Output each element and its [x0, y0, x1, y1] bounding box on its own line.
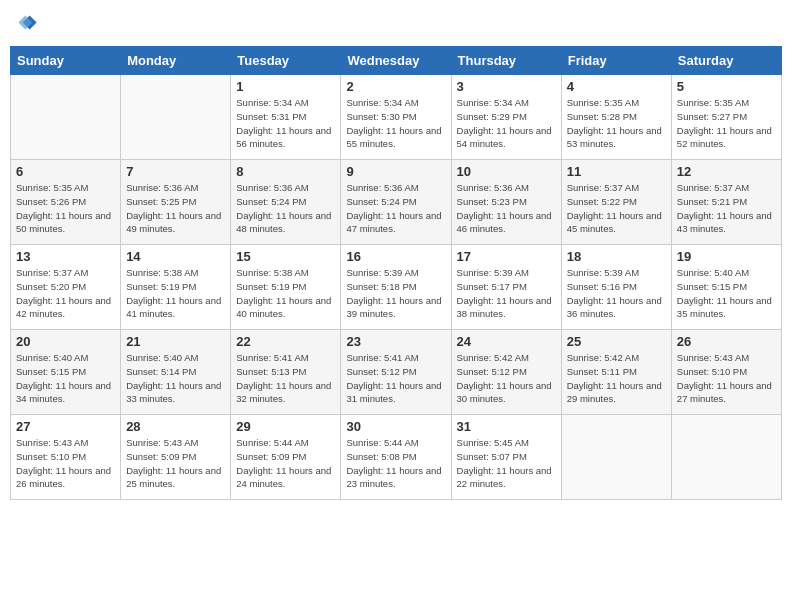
calendar-cell: 1Sunrise: 5:34 AMSunset: 5:31 PMDaylight… [231, 75, 341, 160]
day-info: Sunrise: 5:36 AMSunset: 5:25 PMDaylight:… [126, 181, 225, 236]
day-number: 23 [346, 334, 445, 349]
calendar-week-row: 27Sunrise: 5:43 AMSunset: 5:10 PMDayligh… [11, 415, 782, 500]
day-info: Sunrise: 5:39 AMSunset: 5:17 PMDaylight:… [457, 266, 556, 321]
day-number: 14 [126, 249, 225, 264]
calendar-cell: 21Sunrise: 5:40 AMSunset: 5:14 PMDayligh… [121, 330, 231, 415]
calendar-week-row: 6Sunrise: 5:35 AMSunset: 5:26 PMDaylight… [11, 160, 782, 245]
day-number: 19 [677, 249, 776, 264]
calendar-cell [671, 415, 781, 500]
calendar-table: SundayMondayTuesdayWednesdayThursdayFrid… [10, 46, 782, 500]
calendar-cell: 9Sunrise: 5:36 AMSunset: 5:24 PMDaylight… [341, 160, 451, 245]
day-number: 17 [457, 249, 556, 264]
calendar-cell: 8Sunrise: 5:36 AMSunset: 5:24 PMDaylight… [231, 160, 341, 245]
calendar-cell: 12Sunrise: 5:37 AMSunset: 5:21 PMDayligh… [671, 160, 781, 245]
calendar-cell: 15Sunrise: 5:38 AMSunset: 5:19 PMDayligh… [231, 245, 341, 330]
day-info: Sunrise: 5:43 AMSunset: 5:10 PMDaylight:… [16, 436, 115, 491]
calendar-cell: 20Sunrise: 5:40 AMSunset: 5:15 PMDayligh… [11, 330, 121, 415]
day-number: 3 [457, 79, 556, 94]
day-header-saturday: Saturday [671, 47, 781, 75]
calendar-cell: 19Sunrise: 5:40 AMSunset: 5:15 PMDayligh… [671, 245, 781, 330]
day-info: Sunrise: 5:37 AMSunset: 5:20 PMDaylight:… [16, 266, 115, 321]
day-info: Sunrise: 5:39 AMSunset: 5:18 PMDaylight:… [346, 266, 445, 321]
calendar-week-row: 1Sunrise: 5:34 AMSunset: 5:31 PMDaylight… [11, 75, 782, 160]
day-number: 4 [567, 79, 666, 94]
day-info: Sunrise: 5:44 AMSunset: 5:08 PMDaylight:… [346, 436, 445, 491]
day-info: Sunrise: 5:35 AMSunset: 5:27 PMDaylight:… [677, 96, 776, 151]
day-info: Sunrise: 5:34 AMSunset: 5:31 PMDaylight:… [236, 96, 335, 151]
day-number: 27 [16, 419, 115, 434]
day-header-wednesday: Wednesday [341, 47, 451, 75]
day-info: Sunrise: 5:41 AMSunset: 5:12 PMDaylight:… [346, 351, 445, 406]
calendar-cell: 23Sunrise: 5:41 AMSunset: 5:12 PMDayligh… [341, 330, 451, 415]
day-info: Sunrise: 5:44 AMSunset: 5:09 PMDaylight:… [236, 436, 335, 491]
day-info: Sunrise: 5:36 AMSunset: 5:24 PMDaylight:… [346, 181, 445, 236]
day-number: 11 [567, 164, 666, 179]
day-number: 24 [457, 334, 556, 349]
day-info: Sunrise: 5:40 AMSunset: 5:15 PMDaylight:… [677, 266, 776, 321]
day-number: 15 [236, 249, 335, 264]
day-info: Sunrise: 5:35 AMSunset: 5:28 PMDaylight:… [567, 96, 666, 151]
calendar-cell: 10Sunrise: 5:36 AMSunset: 5:23 PMDayligh… [451, 160, 561, 245]
calendar-cell: 7Sunrise: 5:36 AMSunset: 5:25 PMDaylight… [121, 160, 231, 245]
day-number: 20 [16, 334, 115, 349]
calendar-week-row: 13Sunrise: 5:37 AMSunset: 5:20 PMDayligh… [11, 245, 782, 330]
day-number: 5 [677, 79, 776, 94]
day-number: 31 [457, 419, 556, 434]
day-number: 10 [457, 164, 556, 179]
day-info: Sunrise: 5:42 AMSunset: 5:12 PMDaylight:… [457, 351, 556, 406]
day-info: Sunrise: 5:34 AMSunset: 5:30 PMDaylight:… [346, 96, 445, 151]
calendar-cell: 11Sunrise: 5:37 AMSunset: 5:22 PMDayligh… [561, 160, 671, 245]
calendar-cell [121, 75, 231, 160]
day-header-friday: Friday [561, 47, 671, 75]
calendar-cell: 25Sunrise: 5:42 AMSunset: 5:11 PMDayligh… [561, 330, 671, 415]
day-info: Sunrise: 5:42 AMSunset: 5:11 PMDaylight:… [567, 351, 666, 406]
day-info: Sunrise: 5:38 AMSunset: 5:19 PMDaylight:… [126, 266, 225, 321]
day-number: 1 [236, 79, 335, 94]
day-info: Sunrise: 5:35 AMSunset: 5:26 PMDaylight:… [16, 181, 115, 236]
day-number: 26 [677, 334, 776, 349]
calendar-cell: 26Sunrise: 5:43 AMSunset: 5:10 PMDayligh… [671, 330, 781, 415]
day-info: Sunrise: 5:39 AMSunset: 5:16 PMDaylight:… [567, 266, 666, 321]
calendar-cell: 30Sunrise: 5:44 AMSunset: 5:08 PMDayligh… [341, 415, 451, 500]
calendar-cell: 5Sunrise: 5:35 AMSunset: 5:27 PMDaylight… [671, 75, 781, 160]
logo [10, 10, 42, 38]
calendar-cell: 18Sunrise: 5:39 AMSunset: 5:16 PMDayligh… [561, 245, 671, 330]
calendar-cell: 4Sunrise: 5:35 AMSunset: 5:28 PMDaylight… [561, 75, 671, 160]
day-number: 6 [16, 164, 115, 179]
calendar-cell: 14Sunrise: 5:38 AMSunset: 5:19 PMDayligh… [121, 245, 231, 330]
calendar-cell: 24Sunrise: 5:42 AMSunset: 5:12 PMDayligh… [451, 330, 561, 415]
day-number: 12 [677, 164, 776, 179]
day-number: 7 [126, 164, 225, 179]
day-header-thursday: Thursday [451, 47, 561, 75]
calendar-header-row: SundayMondayTuesdayWednesdayThursdayFrid… [11, 47, 782, 75]
day-info: Sunrise: 5:37 AMSunset: 5:21 PMDaylight:… [677, 181, 776, 236]
day-number: 13 [16, 249, 115, 264]
calendar-cell: 27Sunrise: 5:43 AMSunset: 5:10 PMDayligh… [11, 415, 121, 500]
calendar-cell: 16Sunrise: 5:39 AMSunset: 5:18 PMDayligh… [341, 245, 451, 330]
day-number: 30 [346, 419, 445, 434]
day-number: 29 [236, 419, 335, 434]
calendar-cell: 3Sunrise: 5:34 AMSunset: 5:29 PMDaylight… [451, 75, 561, 160]
day-header-tuesday: Tuesday [231, 47, 341, 75]
day-number: 21 [126, 334, 225, 349]
day-info: Sunrise: 5:41 AMSunset: 5:13 PMDaylight:… [236, 351, 335, 406]
day-number: 22 [236, 334, 335, 349]
calendar-cell: 6Sunrise: 5:35 AMSunset: 5:26 PMDaylight… [11, 160, 121, 245]
logo-icon [10, 10, 38, 38]
calendar-cell: 13Sunrise: 5:37 AMSunset: 5:20 PMDayligh… [11, 245, 121, 330]
calendar-cell: 2Sunrise: 5:34 AMSunset: 5:30 PMDaylight… [341, 75, 451, 160]
day-number: 16 [346, 249, 445, 264]
day-number: 8 [236, 164, 335, 179]
calendar-cell [11, 75, 121, 160]
day-number: 25 [567, 334, 666, 349]
calendar-cell: 31Sunrise: 5:45 AMSunset: 5:07 PMDayligh… [451, 415, 561, 500]
day-info: Sunrise: 5:36 AMSunset: 5:24 PMDaylight:… [236, 181, 335, 236]
day-info: Sunrise: 5:36 AMSunset: 5:23 PMDaylight:… [457, 181, 556, 236]
calendar-cell: 29Sunrise: 5:44 AMSunset: 5:09 PMDayligh… [231, 415, 341, 500]
page-header [10, 10, 782, 38]
day-info: Sunrise: 5:45 AMSunset: 5:07 PMDaylight:… [457, 436, 556, 491]
day-info: Sunrise: 5:40 AMSunset: 5:15 PMDaylight:… [16, 351, 115, 406]
day-info: Sunrise: 5:37 AMSunset: 5:22 PMDaylight:… [567, 181, 666, 236]
calendar-cell: 28Sunrise: 5:43 AMSunset: 5:09 PMDayligh… [121, 415, 231, 500]
calendar-week-row: 20Sunrise: 5:40 AMSunset: 5:15 PMDayligh… [11, 330, 782, 415]
